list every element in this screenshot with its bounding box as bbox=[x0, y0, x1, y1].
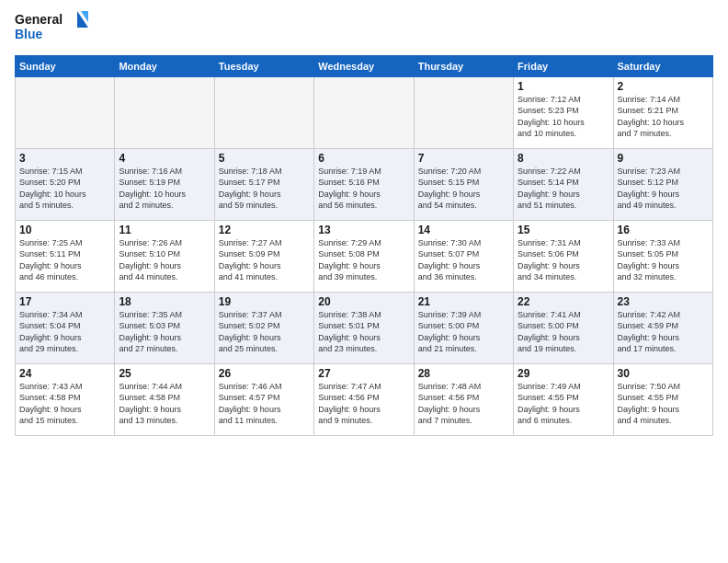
day-info: Sunrise: 7:19 AM Sunset: 5:16 PM Dayligh… bbox=[318, 166, 409, 212]
day-info: Sunrise: 7:15 AM Sunset: 5:20 PM Dayligh… bbox=[19, 166, 110, 212]
calendar-day-cell: 7Sunrise: 7:20 AM Sunset: 5:15 PM Daylig… bbox=[414, 148, 513, 220]
calendar-day-cell bbox=[115, 76, 214, 148]
logo: General Blue bbox=[15, 11, 88, 48]
calendar-day-cell: 12Sunrise: 7:27 AM Sunset: 5:09 PM Dayli… bbox=[214, 220, 313, 292]
weekday-header-wednesday: Wednesday bbox=[314, 55, 414, 76]
day-info: Sunrise: 7:38 AM Sunset: 5:01 PM Dayligh… bbox=[318, 309, 409, 355]
day-number: 5 bbox=[219, 152, 310, 165]
calendar-day-cell: 10Sunrise: 7:25 AM Sunset: 5:11 PM Dayli… bbox=[16, 220, 115, 292]
calendar-day-cell: 14Sunrise: 7:30 AM Sunset: 5:07 PM Dayli… bbox=[414, 220, 513, 292]
day-info: Sunrise: 7:30 AM Sunset: 5:07 PM Dayligh… bbox=[418, 237, 509, 283]
day-number: 9 bbox=[618, 152, 709, 165]
day-info: Sunrise: 7:20 AM Sunset: 5:15 PM Dayligh… bbox=[418, 166, 509, 212]
day-number: 23 bbox=[618, 295, 709, 308]
weekday-header-sunday: Sunday bbox=[16, 55, 115, 76]
calendar-day-cell: 23Sunrise: 7:42 AM Sunset: 4:59 PM Dayli… bbox=[613, 292, 712, 363]
calendar-day-cell bbox=[214, 76, 313, 148]
calendar-day-cell: 6Sunrise: 7:19 AM Sunset: 5:16 PM Daylig… bbox=[314, 148, 414, 220]
calendar-day-cell: 26Sunrise: 7:46 AM Sunset: 4:57 PM Dayli… bbox=[214, 363, 313, 435]
day-info: Sunrise: 7:12 AM Sunset: 5:23 PM Dayligh… bbox=[518, 94, 609, 140]
day-info: Sunrise: 7:25 AM Sunset: 5:11 PM Dayligh… bbox=[19, 237, 110, 283]
day-number: 8 bbox=[518, 152, 609, 165]
calendar-day-cell: 15Sunrise: 7:31 AM Sunset: 5:06 PM Dayli… bbox=[514, 220, 613, 292]
day-info: Sunrise: 7:47 AM Sunset: 4:56 PM Dayligh… bbox=[318, 381, 409, 427]
svg-text:General: General bbox=[15, 12, 63, 27]
calendar-day-cell: 9Sunrise: 7:23 AM Sunset: 5:12 PM Daylig… bbox=[613, 148, 712, 220]
calendar-day-cell: 18Sunrise: 7:35 AM Sunset: 5:03 PM Dayli… bbox=[115, 292, 214, 363]
day-number: 28 bbox=[418, 367, 509, 380]
day-info: Sunrise: 7:31 AM Sunset: 5:06 PM Dayligh… bbox=[518, 237, 609, 283]
calendar-day-cell: 29Sunrise: 7:49 AM Sunset: 4:55 PM Dayli… bbox=[514, 363, 613, 435]
calendar-day-cell: 11Sunrise: 7:26 AM Sunset: 5:10 PM Dayli… bbox=[115, 220, 214, 292]
day-number: 26 bbox=[219, 367, 310, 380]
calendar-day-cell: 24Sunrise: 7:43 AM Sunset: 4:58 PM Dayli… bbox=[16, 363, 115, 435]
calendar-day-cell bbox=[16, 76, 115, 148]
day-number: 7 bbox=[418, 152, 509, 165]
calendar-day-cell: 25Sunrise: 7:44 AM Sunset: 4:58 PM Dayli… bbox=[115, 363, 214, 435]
weekday-header-saturday: Saturday bbox=[613, 55, 712, 76]
day-info: Sunrise: 7:48 AM Sunset: 4:56 PM Dayligh… bbox=[418, 381, 509, 427]
day-number: 22 bbox=[518, 295, 609, 308]
weekday-header-monday: Monday bbox=[115, 55, 214, 76]
calendar-day-cell: 8Sunrise: 7:22 AM Sunset: 5:14 PM Daylig… bbox=[514, 148, 613, 220]
day-number: 2 bbox=[618, 80, 709, 93]
calendar-day-cell: 1Sunrise: 7:12 AM Sunset: 5:23 PM Daylig… bbox=[514, 76, 613, 148]
day-number: 13 bbox=[318, 224, 409, 236]
weekday-header-thursday: Thursday bbox=[414, 55, 513, 76]
day-number: 27 bbox=[318, 367, 409, 380]
calendar-day-cell: 17Sunrise: 7:34 AM Sunset: 5:04 PM Dayli… bbox=[16, 292, 115, 363]
day-number: 14 bbox=[418, 224, 509, 236]
day-info: Sunrise: 7:37 AM Sunset: 5:02 PM Dayligh… bbox=[219, 309, 310, 355]
day-info: Sunrise: 7:22 AM Sunset: 5:14 PM Dayligh… bbox=[518, 166, 609, 212]
day-number: 25 bbox=[119, 367, 210, 380]
day-number: 3 bbox=[19, 152, 110, 165]
day-info: Sunrise: 7:16 AM Sunset: 5:19 PM Dayligh… bbox=[119, 166, 210, 212]
calendar-day-cell bbox=[414, 76, 513, 148]
day-info: Sunrise: 7:27 AM Sunset: 5:09 PM Dayligh… bbox=[219, 237, 310, 283]
calendar-week-row: 3Sunrise: 7:15 AM Sunset: 5:20 PM Daylig… bbox=[16, 148, 713, 220]
day-number: 4 bbox=[119, 152, 210, 165]
day-number: 24 bbox=[19, 367, 110, 380]
calendar-day-cell: 19Sunrise: 7:37 AM Sunset: 5:02 PM Dayli… bbox=[214, 292, 313, 363]
calendar-day-cell: 22Sunrise: 7:41 AM Sunset: 5:00 PM Dayli… bbox=[514, 292, 613, 363]
calendar-week-row: 10Sunrise: 7:25 AM Sunset: 5:11 PM Dayli… bbox=[16, 220, 713, 292]
calendar-day-cell: 4Sunrise: 7:16 AM Sunset: 5:19 PM Daylig… bbox=[115, 148, 214, 220]
weekday-header-friday: Friday bbox=[514, 55, 613, 76]
day-info: Sunrise: 7:41 AM Sunset: 5:00 PM Dayligh… bbox=[518, 309, 609, 355]
day-info: Sunrise: 7:23 AM Sunset: 5:12 PM Dayligh… bbox=[618, 166, 709, 212]
day-info: Sunrise: 7:14 AM Sunset: 5:21 PM Dayligh… bbox=[618, 94, 709, 140]
day-number: 29 bbox=[518, 367, 609, 380]
calendar-day-cell: 13Sunrise: 7:29 AM Sunset: 5:08 PM Dayli… bbox=[314, 220, 414, 292]
day-number: 20 bbox=[318, 295, 409, 308]
day-info: Sunrise: 7:29 AM Sunset: 5:08 PM Dayligh… bbox=[318, 237, 409, 283]
weekday-header-tuesday: Tuesday bbox=[214, 55, 313, 76]
calendar-week-row: 17Sunrise: 7:34 AM Sunset: 5:04 PM Dayli… bbox=[16, 292, 713, 363]
day-number: 12 bbox=[219, 224, 310, 236]
day-number: 10 bbox=[19, 224, 110, 236]
calendar-day-cell: 21Sunrise: 7:39 AM Sunset: 5:00 PM Dayli… bbox=[414, 292, 513, 363]
day-number: 15 bbox=[518, 224, 609, 236]
day-info: Sunrise: 7:43 AM Sunset: 4:58 PM Dayligh… bbox=[19, 381, 110, 427]
day-number: 18 bbox=[119, 295, 210, 308]
day-info: Sunrise: 7:18 AM Sunset: 5:17 PM Dayligh… bbox=[219, 166, 310, 212]
calendar-day-cell: 2Sunrise: 7:14 AM Sunset: 5:21 PM Daylig… bbox=[613, 76, 712, 148]
calendar-day-cell: 3Sunrise: 7:15 AM Sunset: 5:20 PM Daylig… bbox=[16, 148, 115, 220]
svg-text:Blue: Blue bbox=[15, 27, 43, 41]
day-number: 21 bbox=[418, 295, 509, 308]
calendar-day-cell: 27Sunrise: 7:47 AM Sunset: 4:56 PM Dayli… bbox=[314, 363, 414, 435]
day-info: Sunrise: 7:46 AM Sunset: 4:57 PM Dayligh… bbox=[219, 381, 310, 427]
calendar-day-cell: 16Sunrise: 7:33 AM Sunset: 5:05 PM Dayli… bbox=[613, 220, 712, 292]
day-number: 19 bbox=[219, 295, 310, 308]
day-info: Sunrise: 7:26 AM Sunset: 5:10 PM Dayligh… bbox=[119, 237, 210, 283]
page: General Blue SundayMondayTuesdayWednesda… bbox=[0, 0, 728, 563]
calendar-table: SundayMondayTuesdayWednesdayThursdayFrid… bbox=[15, 55, 713, 436]
day-info: Sunrise: 7:50 AM Sunset: 4:55 PM Dayligh… bbox=[618, 381, 709, 427]
day-info: Sunrise: 7:42 AM Sunset: 4:59 PM Dayligh… bbox=[618, 309, 709, 355]
day-info: Sunrise: 7:44 AM Sunset: 4:58 PM Dayligh… bbox=[119, 381, 210, 427]
calendar-day-cell: 28Sunrise: 7:48 AM Sunset: 4:56 PM Dayli… bbox=[414, 363, 513, 435]
calendar-day-cell: 5Sunrise: 7:18 AM Sunset: 5:17 PM Daylig… bbox=[214, 148, 313, 220]
calendar-day-cell: 20Sunrise: 7:38 AM Sunset: 5:01 PM Dayli… bbox=[314, 292, 414, 363]
day-info: Sunrise: 7:49 AM Sunset: 4:55 PM Dayligh… bbox=[518, 381, 609, 427]
calendar-day-cell bbox=[314, 76, 414, 148]
day-info: Sunrise: 7:35 AM Sunset: 5:03 PM Dayligh… bbox=[119, 309, 210, 355]
